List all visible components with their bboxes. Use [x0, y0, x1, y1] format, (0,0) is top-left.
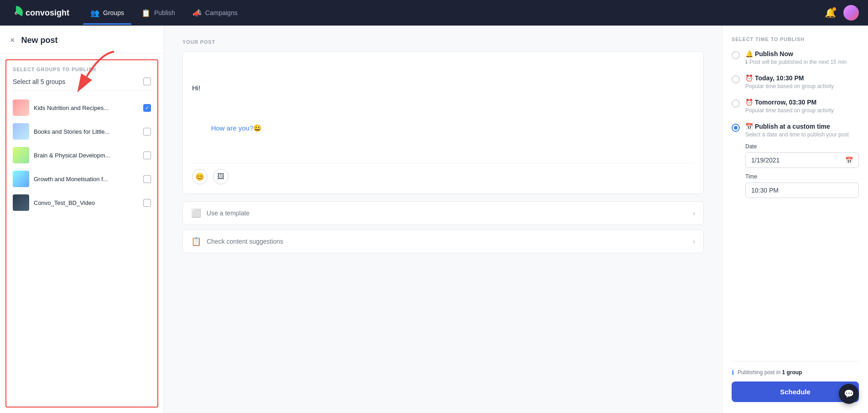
group-name-3: Brain & Physical Developm...: [34, 152, 139, 159]
group-thumbnail-5: [13, 194, 29, 211]
close-button[interactable]: ×: [9, 35, 16, 46]
group-name-4: Growth and Monetisation f...: [34, 176, 139, 183]
logo-icon: c: [9, 6, 23, 20]
schedule-section-label: SELECT TIME TO PUBLISH: [732, 37, 859, 42]
group-checkbox-5[interactable]: [143, 199, 151, 207]
tomorrow-radio[interactable]: [732, 99, 740, 108]
today-radio[interactable]: [732, 75, 740, 84]
group-name-2: Books and Stories for Little...: [34, 128, 139, 135]
custom-time-option[interactable]: 📅 Publish at a custom time Select a date…: [732, 123, 859, 198]
custom-time-subtitle: Select a date and time to publish your p…: [745, 131, 859, 138]
info-icon: ℹ: [732, 369, 734, 376]
today-title: ⏰ Today, 10:30 PM: [745, 74, 859, 82]
time-input[interactable]: 10:30 PM: [745, 183, 859, 198]
nav-item-campaigns[interactable]: 📣 Campaigns: [185, 5, 245, 21]
campaigns-icon: 📣: [192, 9, 202, 17]
publishing-text: Publishing post in 1 group: [738, 369, 802, 376]
list-item[interactable]: Books and Stories for Little...: [13, 120, 151, 143]
publish-now-content: 🔔 Publish Now ℹ Post will be published i…: [745, 50, 859, 65]
today-content: ⏰ Today, 10:30 PM Popular time based on …: [745, 74, 859, 89]
custom-time-content: 📅 Publish at a custom time Select a date…: [745, 123, 859, 198]
post-editor[interactable]: Hi! How are you?😀 😊 🖼: [182, 51, 704, 194]
group-checkbox-4[interactable]: [143, 175, 151, 183]
date-input[interactable]: 1/19/2021 📅: [745, 152, 859, 168]
publish-now-subtitle: ℹ Post will be published in the next 15 …: [745, 59, 859, 65]
new-post-header: × New post: [0, 26, 164, 54]
publish-now-info-icon: ℹ: [745, 59, 748, 65]
list-item[interactable]: Growth and Monetisation f...: [13, 167, 151, 191]
publishing-info: ℹ Publishing post in 1 group: [732, 369, 859, 376]
editor-toolbar: 😊 🖼: [192, 163, 694, 184]
list-item[interactable]: Kids Nutrition and Recipes... ✓: [13, 96, 151, 120]
group-thumbnail-4: [13, 171, 29, 187]
select-all-row[interactable]: Select all 5 groups: [13, 78, 151, 90]
time-field-label: Time: [745, 173, 859, 180]
logo-text: convosight: [26, 8, 69, 18]
suggestions-icon: 📋: [191, 236, 201, 246]
nav-label-campaigns: Campaigns: [205, 9, 238, 16]
group-checkbox-3[interactable]: [143, 152, 151, 159]
chat-fab-button[interactable]: 💬: [839, 384, 859, 404]
emoji-button[interactable]: 😊: [192, 169, 208, 184]
tomorrow-option[interactable]: ⏰ Tomorrow, 03:30 PM Popular time based …: [732, 99, 859, 114]
page-title: New post: [21, 36, 58, 45]
logo[interactable]: c convosight: [9, 6, 69, 20]
groups-section: SELECT GROUPS TO PUBLISH Select all 5 gr…: [5, 59, 158, 408]
image-button[interactable]: 🖼: [213, 169, 229, 184]
notification-dot: [832, 7, 836, 11]
template-label: Use a template: [207, 209, 249, 217]
group-name-1: Kids Nutrition and Recipes...: [34, 105, 139, 111]
post-line1: Hi!: [192, 83, 694, 94]
publish-icon: 📋: [141, 9, 151, 17]
calendar-icon: 📅: [845, 157, 853, 164]
group-checkbox-1[interactable]: ✓: [143, 104, 151, 112]
tomorrow-subtitle: Popular time based on group activity: [745, 107, 859, 114]
tomorrow-content: ⏰ Tomorrow, 03:30 PM Popular time based …: [745, 99, 859, 114]
groups-section-label: SELECT GROUPS TO PUBLISH: [13, 67, 151, 72]
user-avatar[interactable]: [843, 5, 859, 21]
tomorrow-title: ⏰ Tomorrow, 03:30 PM: [745, 99, 859, 106]
use-template-row[interactable]: ⬜ Use a template ›: [182, 201, 704, 225]
nav-items: 👥 Groups 📋 Publish 📣 Campaigns: [83, 5, 825, 21]
post-line2: How are you?😀: [192, 124, 262, 143]
publish-now-radio[interactable]: [732, 51, 740, 59]
nav-label-groups: Groups: [103, 9, 124, 16]
top-navigation: c convosight 👥 Groups 📋 Publish 📣 Campai…: [0, 0, 868, 26]
post-text[interactable]: Hi! How are you?😀: [192, 61, 694, 156]
content-suggestions-label: Check content suggestions: [207, 238, 283, 245]
select-all-label: Select all 5 groups: [13, 78, 65, 85]
template-chevron-icon: ›: [693, 209, 695, 217]
group-name-5: Convo_Test_BD_Video: [34, 199, 139, 206]
suggestions-left: 📋 Check content suggestions: [191, 236, 283, 246]
post-section-label: YOUR POST: [182, 39, 704, 45]
group-checkbox-2[interactable]: [143, 128, 151, 136]
notifications-button[interactable]: 🔔: [825, 7, 836, 18]
custom-time-fields: Date 1/19/2021 📅 Time 10:30 PM: [745, 143, 859, 198]
center-panel: YOUR POST Hi! How are you?😀 😊 🖼 ⬜ Use a …: [164, 26, 722, 413]
today-subtitle: Popular time based on group activity: [745, 83, 859, 89]
publish-now-title: 🔔 Publish Now: [745, 50, 859, 58]
right-panel: SELECT TIME TO PUBLISH 🔔 Publish Now ℹ P…: [722, 26, 868, 413]
today-option[interactable]: ⏰ Today, 10:30 PM Popular time based on …: [732, 74, 859, 89]
custom-time-title: 📅 Publish at a custom time: [745, 123, 859, 130]
group-thumbnail-1: [13, 99, 29, 116]
custom-time-radio[interactable]: [732, 124, 740, 132]
list-item[interactable]: Convo_Test_BD_Video: [13, 191, 151, 214]
template-left: ⬜ Use a template: [191, 208, 249, 218]
nav-label-publish: Publish: [154, 9, 175, 16]
nav-item-publish[interactable]: 📋 Publish: [134, 5, 182, 21]
date-field-label: Date: [745, 143, 859, 150]
main-area: × New post SELECT GROUPS TO PUBLISH Sele…: [0, 26, 868, 413]
group-thumbnail-3: [13, 147, 29, 163]
publish-now-option[interactable]: 🔔 Publish Now ℹ Post will be published i…: [732, 50, 859, 65]
suggestions-chevron-icon: ›: [693, 238, 695, 245]
content-suggestions-row[interactable]: 📋 Check content suggestions ›: [182, 230, 704, 253]
list-item[interactable]: Brain & Physical Developm...: [13, 143, 151, 167]
template-icon: ⬜: [191, 208, 201, 218]
groups-icon: 👥: [90, 9, 99, 17]
nav-item-groups[interactable]: 👥 Groups: [83, 5, 131, 21]
group-thumbnail-2: [13, 123, 29, 140]
select-all-checkbox[interactable]: [143, 78, 151, 85]
left-panel: × New post SELECT GROUPS TO PUBLISH Sele…: [0, 26, 164, 413]
nav-right: 🔔: [825, 5, 859, 21]
